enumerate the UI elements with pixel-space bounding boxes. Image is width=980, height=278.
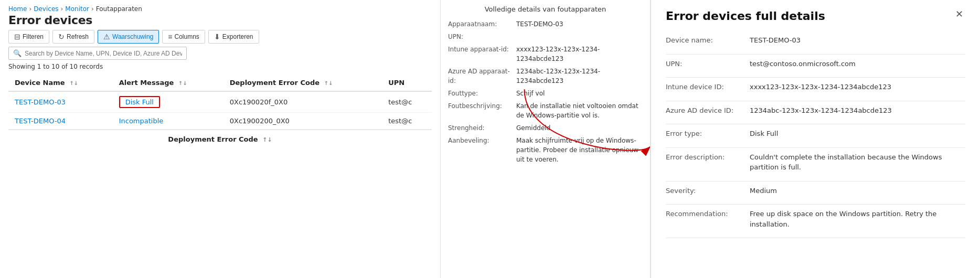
- device-link[interactable]: TEST-DEMO-03: [15, 98, 66, 106]
- table-header-row: Device Name ↑↓ Alert Message ↑↓ Deployme…: [8, 74, 432, 91]
- alert-cell[interactable]: Incompatible: [113, 113, 223, 130]
- middle-detail-row: Intune apparaat-id:xxxx123-123x-123x-123…: [448, 45, 643, 63]
- right-detail-label: Recommendation:: [666, 209, 750, 229]
- middle-detail-row: Foutbeschrijving:Kan de installatie niet…: [448, 101, 643, 120]
- right-detail-value: Couldn't complete the installation becau…: [750, 152, 949, 173]
- middle-panel-title: Volledige details van foutapparaten: [448, 5, 643, 13]
- right-detail-value: Disk Full: [750, 129, 778, 139]
- separator: [666, 124, 965, 124]
- right-detail-row: Error description:Couldn't complete the …: [666, 152, 965, 173]
- right-panel: Error devices full details ✕ Device name…: [651, 0, 980, 278]
- right-detail-label: Intune device ID:: [666, 82, 750, 92]
- columns-icon: ≡: [168, 33, 172, 41]
- columns-button[interactable]: ≡ Columns: [162, 30, 205, 44]
- col-device-name[interactable]: Device Name ↑↓: [8, 74, 113, 91]
- search-box[interactable]: 🔍: [8, 47, 187, 60]
- right-detail-label: UPN:: [666, 59, 750, 69]
- middle-detail-value: Gemiddeld: [516, 123, 550, 133]
- data-table: Device Name ↑↓ Alert Message ↑↓ Deployme…: [8, 74, 432, 130]
- bottom-sort-icon: ↑↓: [262, 136, 272, 143]
- right-panel-title: Error devices full details: [666, 9, 825, 23]
- page-title: Error devices: [8, 14, 432, 27]
- right-detail-value: test@contoso.onmicrosoft.com: [750, 59, 856, 69]
- export-button[interactable]: ⬇ Exporteren: [208, 30, 259, 44]
- upn-cell: test@c: [382, 91, 432, 113]
- middle-detail-value: TEST-DEMO-03: [516, 19, 563, 29]
- middle-detail-label: Strengheid:: [448, 123, 516, 133]
- col-deployment-error[interactable]: Deployment Error Code ↑↓: [223, 74, 382, 91]
- refresh-button[interactable]: ↻ Refresh: [52, 30, 94, 44]
- separator: [666, 77, 965, 78]
- separator: [666, 238, 965, 238]
- right-detail-row: Intune device ID:xxxx123-123x-123x-1234-…: [666, 82, 965, 92]
- export-label: Exporteren: [222, 33, 253, 40]
- separator: [666, 101, 965, 101]
- middle-detail-value: 1234abc-123x-123x-1234-1234abcde123: [516, 67, 643, 85]
- device-link[interactable]: TEST-DEMO-04: [15, 117, 66, 125]
- right-detail-value: xxxx123-123x-123x-1234-1234abcde123: [750, 82, 891, 92]
- right-detail-row: Recommendation:Free up disk space on the…: [666, 209, 965, 229]
- device-name-cell[interactable]: TEST-DEMO-03: [8, 91, 113, 113]
- middle-detail-value: Kan de installatie niet voltooien omdat …: [516, 101, 643, 120]
- right-detail-label: Azure AD device ID:: [666, 105, 750, 116]
- export-icon: ⬇: [214, 33, 220, 41]
- right-details-container: Device name:TEST-DEMO-03UPN:test@contoso…: [666, 35, 965, 238]
- separator: [666, 181, 965, 181]
- right-detail-row: Device name:TEST-DEMO-03: [666, 35, 965, 46]
- filter-button[interactable]: ⊟ Filteren: [8, 30, 49, 44]
- separator: [666, 204, 965, 205]
- refresh-label: Refresh: [67, 33, 89, 40]
- filter-label: Filteren: [23, 33, 44, 40]
- right-detail-row: Severity:Medium: [666, 186, 965, 196]
- sort-alert-icon: ↑↓: [178, 80, 187, 86]
- right-detail-row: Azure AD device ID:1234abc-123x-123x-123…: [666, 105, 965, 116]
- device-name-cell[interactable]: TEST-DEMO-04: [8, 113, 113, 130]
- middle-detail-value: xxxx123-123x-123x-1234-1234abcde123: [516, 45, 643, 63]
- table-row: TEST-DEMO-03Disk Full0Xc190020f_0X0test@…: [8, 91, 432, 113]
- col-upn[interactable]: UPN: [382, 74, 432, 91]
- middle-detail-label: Intune apparaat-id:: [448, 45, 516, 63]
- middle-detail-label: Aanbeveling:: [448, 136, 516, 164]
- toolbar: ⊟ Filteren ↻ Refresh ⚠ Waarschuwing ≡ Co…: [8, 30, 432, 44]
- warning-icon: ⚠: [103, 33, 110, 41]
- middle-detail-row: Fouttype:Schijf vol: [448, 89, 643, 98]
- alert-cell[interactable]: Disk Full: [113, 91, 223, 113]
- breadcrumb-devices[interactable]: Devices: [34, 5, 58, 13]
- right-detail-value: Medium: [750, 186, 777, 196]
- middle-detail-row: Aanbeveling:Maak schijfruimte vrij op de…: [448, 136, 643, 164]
- warning-button[interactable]: ⚠ Waarschuwing: [98, 30, 159, 44]
- middle-details-container: Apparaatnaam:TEST-DEMO-03UPN:Intune appa…: [448, 19, 643, 164]
- error-code-cell: 0Xc190020f_0X0: [223, 91, 382, 113]
- incompatible-label[interactable]: Incompatible: [119, 117, 164, 125]
- search-input[interactable]: [25, 50, 182, 57]
- right-detail-value: 1234abc-123x-123x-1234-1234abcde123: [750, 105, 892, 116]
- upn-cell: test@c: [382, 113, 432, 130]
- middle-detail-row: UPN:: [448, 32, 643, 41]
- sort-deployment-icon: ↑↓: [324, 80, 333, 86]
- middle-detail-label: Fouttype:: [448, 89, 516, 98]
- close-button[interactable]: ✕: [953, 9, 965, 19]
- middle-detail-label: Foutbeschrijving:: [448, 101, 516, 120]
- left-panel: Home › Devices › Monitor › Foutapparaten…: [0, 0, 441, 278]
- middle-detail-label: UPN:: [448, 32, 516, 41]
- breadcrumb-monitor[interactable]: Monitor: [65, 5, 89, 13]
- right-detail-label: Severity:: [666, 186, 750, 196]
- bottom-sort[interactable]: Deployment Error Code ↑↓: [8, 130, 432, 148]
- separator: [666, 147, 965, 148]
- middle-detail-label: Apparaatnaam:: [448, 19, 516, 29]
- table-row: TEST-DEMO-04Incompatible0Xc1900200_0X0te…: [8, 113, 432, 130]
- right-detail-label: Device name:: [666, 35, 750, 46]
- search-icon: 🔍: [13, 49, 22, 57]
- disk-full-badge[interactable]: Disk Full: [119, 96, 160, 108]
- warning-label: Waarschuwing: [112, 33, 153, 40]
- col-alert-message[interactable]: Alert Message ↑↓: [113, 74, 223, 91]
- sort-device-name-icon: ↑↓: [69, 80, 78, 86]
- middle-detail-value: Maak schijfruimte vrij op de Windows-par…: [516, 136, 643, 164]
- error-code-cell: 0Xc1900200_0X0: [223, 113, 382, 130]
- middle-detail-row: Apparaatnaam:TEST-DEMO-03: [448, 19, 643, 29]
- record-count: Showing 1 to 10 of 10 records: [8, 63, 432, 70]
- breadcrumb-home[interactable]: Home: [8, 5, 27, 13]
- middle-detail-row: Strengheid:Gemiddeld: [448, 123, 643, 133]
- right-detail-row: UPN:test@contoso.onmicrosoft.com: [666, 59, 965, 69]
- right-panel-header: Error devices full details ✕: [666, 9, 965, 23]
